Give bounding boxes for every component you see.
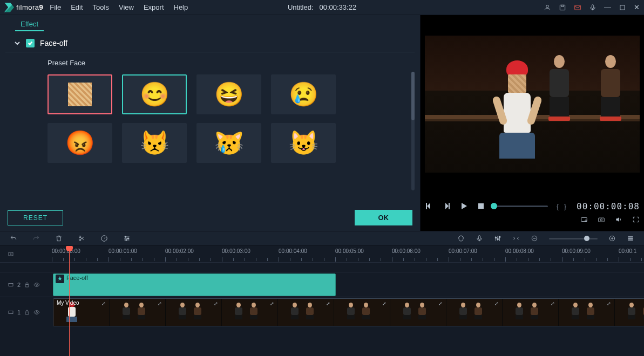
window-close-icon[interactable]: ✕ [634, 3, 640, 11]
svg-point-16 [125, 236, 126, 237]
marker-icon[interactable] [457, 235, 465, 242]
clip-my-video-label: My Video [57, 300, 79, 306]
svg-rect-26 [628, 238, 633, 239]
menu-tools[interactable]: Tools [93, 3, 109, 11]
visibility-icon[interactable] [33, 282, 40, 288]
svg-rect-29 [9, 283, 13, 286]
svg-point-17 [127, 238, 128, 239]
svg-point-18 [126, 239, 127, 241]
account-icon[interactable] [544, 4, 551, 11]
preset-sad-tear[interactable]: 😢 [271, 74, 336, 114]
svg-rect-3 [575, 5, 581, 9]
svg-rect-33 [25, 312, 29, 314]
zoom-slider[interactable] [549, 238, 598, 239]
zoom-fit-icon[interactable] [512, 235, 520, 242]
preset-scrollbar[interactable] [411, 72, 415, 190]
undo-icon[interactable] [10, 235, 17, 242]
app-name: filmora9 [16, 3, 43, 11]
manage-tracks-icon[interactable] [627, 235, 634, 242]
preview-seek-slider[interactable] [494, 206, 548, 207]
app-logo: filmora9 [4, 3, 43, 12]
clip-fx-icon: ★ [56, 275, 64, 283]
svg-rect-20 [495, 237, 496, 238]
svg-point-34 [36, 311, 38, 313]
mic-icon[interactable] [589, 4, 596, 11]
add-track-icon[interactable] [8, 251, 14, 257]
visibility-icon[interactable] [33, 309, 40, 316]
menu-file[interactable]: File [50, 3, 61, 11]
split-icon[interactable] [78, 235, 85, 242]
chevron-down-icon[interactable] [14, 40, 21, 46]
preset-cat-wink[interactable]: 😺 [271, 123, 336, 163]
menu-edit[interactable]: Edit [71, 3, 83, 11]
panel-tabs: Effect [0, 15, 420, 31]
lock-icon[interactable] [24, 282, 30, 288]
speed-icon[interactable] [100, 235, 108, 242]
ruler-tick: 00:00:1 [619, 248, 636, 254]
volume-icon[interactable] [615, 216, 622, 223]
fullscreen-icon[interactable] [632, 216, 640, 223]
svg-rect-32 [9, 311, 13, 313]
play-icon[interactable] [459, 202, 468, 210]
save-icon[interactable] [559, 4, 566, 11]
menu-export[interactable]: Export [144, 3, 164, 11]
redo-icon[interactable] [32, 235, 40, 242]
tab-effect[interactable]: Effect [15, 17, 44, 31]
face-off-checkbox[interactable] [26, 39, 35, 47]
video-track-number: 1 [17, 309, 21, 316]
preview-viewport[interactable] [425, 36, 640, 173]
menu-bar: filmora9 File Edit Tools View Export Hel… [0, 0, 644, 15]
svg-point-0 [546, 5, 549, 8]
clip-face-off-label: Face-off [66, 275, 88, 281]
preset-cat-angry[interactable]: 😾 [122, 123, 187, 163]
preset-smile-blush[interactable]: 😊 [122, 74, 187, 114]
menu-view[interactable]: View [119, 3, 134, 11]
svg-rect-30 [25, 284, 29, 287]
ruler-tick: 00:00:07:00 [449, 248, 477, 254]
message-icon[interactable] [574, 4, 581, 11]
brackets-label[interactable]: { } [557, 202, 568, 210]
svg-rect-11 [599, 218, 605, 222]
svg-rect-9 [581, 218, 587, 222]
ruler-tick: 00:00:09:00 [562, 248, 591, 254]
svg-rect-25 [628, 236, 633, 237]
preset-mosaic[interactable] [48, 74, 112, 114]
zoom-in-icon[interactable] [608, 235, 616, 242]
adjust-icon[interactable] [123, 235, 131, 242]
project-name: Untitled: [288, 3, 314, 11]
clip-my-video[interactable]: My Video ⤢ ⤢ ⤢ ⤢ ⤢ ⤢ ⤢ ⤢ ⤢ ⤢ ⤢ [53, 298, 644, 326]
preset-cat-cry[interactable]: 😿 [196, 123, 261, 163]
voiceover-icon[interactable] [476, 235, 483, 242]
svg-rect-2 [561, 5, 564, 6]
ruler-tick: 00:00:06:00 [392, 248, 421, 254]
playhead[interactable] [69, 246, 70, 356]
reset-button[interactable]: RESET [8, 210, 63, 225]
window-maximize-icon[interactable] [619, 4, 626, 11]
preset-angry-red[interactable]: 😡 [48, 123, 112, 163]
mixer-icon[interactable] [494, 235, 501, 242]
zoom-out-icon[interactable] [531, 235, 538, 242]
preset-face-title: Preset Face [48, 59, 404, 67]
stop-icon[interactable] [477, 202, 485, 210]
ruler-tick: 00:00:02:00 [165, 248, 194, 254]
time-ruler[interactable]: 00:00:00:0000:00:01:0000:00:02:0000:00:0… [52, 246, 644, 262]
ok-button[interactable]: OK [355, 210, 413, 225]
ruler-tick: 00:00:08:00 [505, 248, 534, 254]
svg-rect-4 [592, 4, 594, 8]
ruler-tick: 00:00:03:00 [222, 248, 250, 254]
clip-face-off[interactable]: ★ Face-off [53, 273, 336, 296]
prev-frame-icon[interactable] [425, 202, 433, 210]
svg-rect-6 [426, 203, 427, 209]
ruler-tick: 00:00:05:00 [335, 248, 364, 254]
svg-rect-27 [628, 239, 633, 241]
quality-icon[interactable] [580, 216, 588, 223]
preset-laugh-squint[interactable]: 😆 [196, 74, 261, 114]
menu-help[interactable]: Help [174, 3, 188, 11]
delete-icon[interactable] [55, 235, 63, 242]
next-frame-icon[interactable] [442, 202, 451, 210]
svg-rect-8 [478, 203, 484, 209]
svg-rect-19 [478, 236, 480, 239]
snapshot-icon[interactable] [598, 216, 605, 223]
window-minimize-icon[interactable]: — [604, 3, 611, 11]
lock-icon[interactable] [24, 309, 30, 316]
